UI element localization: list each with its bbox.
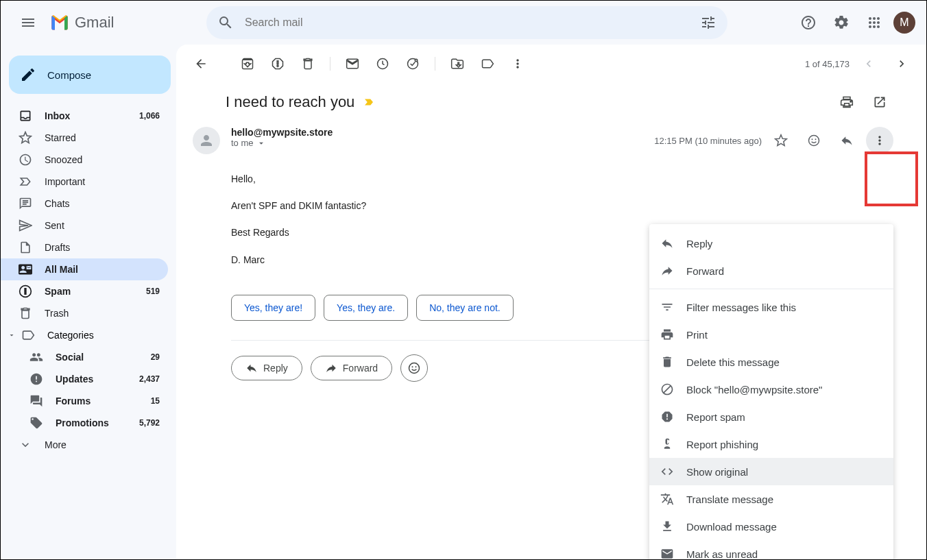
account-avatar[interactable]: M: [893, 12, 915, 34]
forward-button[interactable]: Forward: [311, 356, 392, 380]
message-toolbar: 1 of 45,173: [176, 45, 926, 83]
sidebar-item-sent[interactable]: Sent: [1, 215, 168, 236]
search-options-button[interactable]: [695, 9, 722, 36]
recipient-label: to me: [231, 138, 254, 148]
menu-print[interactable]: Print: [649, 321, 893, 348]
sidebar-item-categories[interactable]: Categories: [1, 324, 176, 346]
smart-reply-3[interactable]: No, they are not.: [416, 295, 514, 321]
sidebar-item-important[interactable]: Important: [1, 171, 168, 193]
nav-count: 1,066: [139, 111, 160, 121]
spam-icon: [19, 284, 32, 298]
smart-reply-2[interactable]: Yes, they are.: [324, 295, 408, 321]
prev-button[interactable]: [855, 50, 882, 77]
settings-button[interactable]: [828, 9, 855, 36]
sidebar-item-drafts[interactable]: Drafts: [1, 236, 168, 258]
sidebar-item-all-mail[interactable]: All Mail: [1, 258, 168, 280]
menu-report-spam[interactable]: Report spam: [649, 403, 893, 430]
sender-avatar[interactable]: [193, 127, 220, 154]
menu-filter[interactable]: Filter messages like this: [649, 293, 893, 321]
main-menu-button[interactable]: [12, 6, 45, 39]
menu-label: Delete this message: [686, 356, 780, 368]
more-button[interactable]: [504, 50, 531, 77]
sender-info: hello@mywpsite.store to me: [231, 127, 643, 148]
message-options-menu: Reply Forward Filter messages like this …: [649, 224, 893, 559]
message-more-button[interactable]: [866, 127, 893, 154]
menu-label: Report phishing: [686, 439, 758, 450]
nav-label: Inbox: [45, 110, 70, 121]
menu-delete[interactable]: Delete this message: [649, 348, 893, 376]
sidebar-item-social[interactable]: Social 29: [1, 346, 168, 368]
sidebar-item-starred[interactable]: Starred: [1, 127, 168, 149]
print-button[interactable]: [833, 88, 860, 116]
sidebar-item-more[interactable]: More: [1, 434, 168, 456]
menu-mark-unread[interactable]: Mark as unread: [649, 540, 893, 559]
sidebar-item-forums[interactable]: Forums 15: [1, 390, 168, 412]
gear-icon: [833, 14, 850, 31]
reply-icon-button[interactable]: [833, 127, 860, 154]
important-marker-icon[interactable]: [363, 96, 375, 108]
react-action-button[interactable]: [400, 354, 428, 382]
star-button[interactable]: [767, 127, 795, 154]
next-button[interactable]: [888, 50, 915, 77]
sidebar-item-trash[interactable]: Trash: [1, 302, 168, 324]
nav-label: Drafts: [45, 242, 70, 253]
sidebar-item-updates[interactable]: Updates 2,437: [1, 368, 168, 390]
search-input[interactable]: [239, 16, 695, 29]
search-button[interactable]: [212, 9, 239, 36]
snooze-button[interactable]: [369, 50, 396, 77]
menu-label: Block "hello@mywpsite.store": [686, 384, 822, 395]
menu-translate[interactable]: Translate message: [649, 485, 893, 513]
move-to-button[interactable]: [444, 50, 471, 77]
nav-label: Updates: [56, 374, 93, 385]
toolbar-divider: [330, 57, 330, 71]
sidebar-item-snoozed[interactable]: Snoozed: [1, 149, 168, 171]
reply-button[interactable]: Reply: [231, 356, 302, 380]
labels-button[interactable]: [474, 50, 501, 77]
sidebar-item-chats[interactable]: Chats: [1, 193, 168, 215]
block-icon: [660, 382, 674, 396]
archive-button[interactable]: [234, 50, 261, 77]
message-meta: 12:15 PM (10 minutes ago): [654, 127, 893, 154]
recipient-row[interactable]: to me: [231, 138, 643, 148]
menu-show-original[interactable]: Show original: [649, 458, 893, 485]
forward-icon: [325, 362, 337, 374]
report-spam-button[interactable]: [264, 50, 291, 77]
reply-icon: [660, 236, 674, 250]
all-mail-icon: [19, 263, 32, 276]
menu-divider: [649, 289, 893, 289]
sidebar-item-inbox[interactable]: Inbox 1,066: [1, 105, 168, 127]
open-new-window-button[interactable]: [866, 88, 893, 116]
nav-count: 2,437: [139, 374, 160, 384]
nav-count: 15: [151, 396, 160, 406]
nav-label: Trash: [45, 308, 69, 319]
nav-label: All Mail: [45, 264, 78, 275]
menu-block[interactable]: Block "hello@mywpsite.store": [649, 376, 893, 403]
mark-unread-button[interactable]: [339, 50, 366, 77]
menu-reply[interactable]: Reply: [649, 230, 893, 257]
sidebar-item-spam[interactable]: Spam 519: [1, 280, 168, 302]
smart-reply-1[interactable]: Yes, they are!: [231, 295, 315, 321]
clock-icon: [19, 153, 32, 167]
delete-icon: [301, 57, 315, 71]
logo-area[interactable]: Gmail: [50, 13, 201, 32]
svg-point-5: [815, 138, 817, 140]
compose-button[interactable]: Compose: [9, 56, 171, 94]
search-bar[interactable]: [206, 6, 727, 39]
apps-button[interactable]: [860, 9, 888, 36]
social-icon: [29, 350, 43, 364]
support-button[interactable]: [795, 9, 822, 36]
menu-report-phishing[interactable]: Report phishing: [649, 430, 893, 458]
menu-forward[interactable]: Forward: [649, 257, 893, 284]
subject-row: I need to reach you: [176, 83, 926, 121]
delete-icon: [660, 355, 674, 369]
delete-button[interactable]: [294, 50, 322, 77]
add-task-button[interactable]: [399, 50, 426, 77]
react-button[interactable]: [800, 127, 828, 154]
header-right: M: [795, 9, 915, 36]
menu-download[interactable]: Download message: [649, 513, 893, 540]
sidebar-item-promotions[interactable]: Promotions 5,792: [1, 412, 168, 434]
nav-label: Snoozed: [45, 154, 82, 165]
back-button[interactable]: [187, 50, 215, 77]
subject-actions: [833, 88, 893, 116]
toolbar-divider: [435, 57, 435, 71]
